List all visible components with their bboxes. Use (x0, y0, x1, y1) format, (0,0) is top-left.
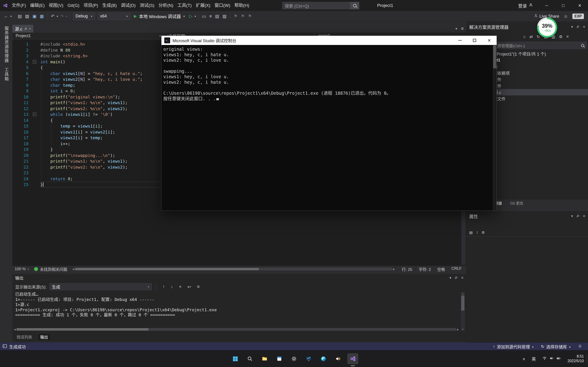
scroll-up-icon[interactable]: ▲ (461, 292, 465, 295)
previous-message-icon[interactable]: ↑ (161, 284, 166, 289)
configuration-dropdown[interactable]: Debug ▾ (73, 13, 95, 20)
tab-git-changes[interactable]: Git 更改 (510, 200, 523, 206)
scroll-left-icon[interactable]: ◀ (13, 328, 17, 331)
media-icon[interactable] (333, 353, 344, 364)
sync-with-active-document-icon[interactable]: ⇄ (529, 34, 533, 39)
menu-edit[interactable]: 编辑(E) (28, 0, 47, 11)
scroll-down-icon[interactable]: ▼ (461, 328, 465, 331)
solution-explorer-header[interactable]: 解决方案资源管理器 ▾ ⚲ × (467, 22, 588, 32)
scroll-right-icon[interactable]: ▶ (392, 268, 396, 271)
output-log[interactable]: 已启动生成…1>------ 已启动生成: 项目: Project1, 配置: … (12, 292, 460, 327)
navigate-back-icon[interactable]: ← (2, 14, 10, 19)
clear-all-icon[interactable]: × (177, 284, 183, 289)
new-file-icon[interactable]: ▤ (16, 14, 23, 19)
debug-console-window[interactable]: >_ Microsoft Visual Studio 调试控制台 × origi… (161, 35, 497, 211)
toggle-autoscroll-icon[interactable]: ≡ (195, 284, 201, 289)
menu-build[interactable]: 生成(B) (100, 0, 119, 11)
console-minimize-button[interactable] (452, 36, 467, 45)
start-icon[interactable] (230, 353, 241, 364)
widgets-icon[interactable] (274, 353, 285, 364)
redo-caret-icon[interactable]: ▾ (65, 15, 68, 18)
editor-options-icon[interactable]: ⚙ (461, 27, 464, 31)
add-to-source-control-button[interactable]: ↑ 添加到源代码管理 ▲ (493, 344, 534, 350)
hidden-icons-chevron-icon[interactable]: ∧ (523, 357, 525, 361)
fold-collapse-icon[interactable]: − (33, 60, 36, 64)
alphabetical-icon[interactable]: ↕ (476, 230, 478, 234)
feedback-icon[interactable]: ☺ (562, 14, 570, 19)
toggle-bookmark-icon[interactable]: ⚑ (232, 14, 239, 19)
fold-collapse-icon[interactable]: − (33, 113, 36, 116)
next-message-icon[interactable]: ↓ (169, 284, 175, 289)
window-position-icon[interactable]: ▾ (571, 214, 573, 218)
system-tray[interactable] (542, 356, 561, 361)
editor-horizontal-scrollbar[interactable]: ◀ ▶ (71, 266, 396, 272)
search-icon[interactable] (579, 42, 586, 49)
save-icon[interactable]: ▣ (31, 14, 38, 19)
start-debugging-button[interactable]: ▶ 本地 Windows 调试器 ▾ (134, 13, 185, 19)
switch-views-icon[interactable]: ⌂ (523, 34, 526, 39)
menu-project[interactable]: 项目(P) (82, 0, 100, 11)
start-without-debugging-caret-icon[interactable]: ▾ (194, 15, 196, 18)
search-icon[interactable] (350, 2, 359, 9)
previous-bookmark-icon[interactable]: ⚑ (239, 14, 246, 19)
maximize-button[interactable]: □ (555, 0, 571, 11)
scrollbar-thumb[interactable] (461, 295, 464, 311)
scroll-right-icon[interactable]: ▶ (456, 328, 460, 331)
whitespace-indicator[interactable]: 空格 (437, 266, 445, 272)
tab-error-list[interactable]: 错误列表 (14, 333, 35, 341)
nav-project-dropdown[interactable]: Project1 ▾ (12, 33, 164, 39)
close-panel-icon[interactable]: × (583, 214, 585, 219)
scrollbar-thumb[interactable] (75, 268, 259, 270)
search-icon[interactable] (244, 353, 255, 364)
select-repository-button[interactable]: ↻ 选择存储库 ▲ (541, 344, 571, 350)
output-source-dropdown[interactable]: 生成 ▾ (49, 283, 152, 290)
word-wrap-icon[interactable]: ↩ (186, 284, 193, 290)
toolbox-tab[interactable]: 工具箱 (3, 67, 9, 81)
output-horizontal-scrollbar[interactable]: ◀ ▶ (13, 327, 460, 331)
scrollbar-thumb[interactable] (17, 328, 148, 331)
menu-window[interactable]: 窗口(W) (212, 0, 233, 11)
window-position-icon[interactable]: ▾ (571, 25, 573, 29)
sign-in-button[interactable]: 登录 (518, 0, 533, 11)
pin-panel-icon[interactable]: ⚲ (454, 275, 459, 280)
save-all-icon[interactable]: ▦ (38, 14, 45, 19)
monitor-icon[interactable] (303, 353, 314, 364)
pin-panel-icon[interactable]: ⚲ (576, 214, 580, 219)
output-header[interactable]: 输出 ▾ ⚲ × (12, 274, 466, 282)
categorized-icon[interactable]: ▤ (469, 230, 473, 235)
next-bookmark-icon[interactable]: ⚑ (246, 14, 253, 19)
menu-analyze[interactable]: 分析(N) (156, 0, 175, 11)
window-position-icon[interactable]: ▾ (450, 276, 451, 280)
scroll-left-icon[interactable]: ◀ (71, 268, 75, 271)
console-scrollbar[interactable] (493, 45, 497, 211)
undo-icon[interactable]: ↶ (49, 14, 56, 19)
server-explorer-tab[interactable]: 服务器资源管理器 (3, 26, 9, 63)
platform-dropdown[interactable]: x64 ▾ (98, 13, 130, 20)
close-panel-icon[interactable]: × (461, 275, 464, 280)
document-tab-source-c[interactable]: 源.c ⚲ × (12, 25, 33, 33)
properties-header[interactable]: 属性 ▾ ⚲ × (467, 211, 588, 221)
menu-view[interactable]: 视图(V) (47, 0, 65, 11)
menu-test[interactable]: 测试(S) (138, 0, 156, 11)
menu-help[interactable]: 帮助(H) (233, 0, 251, 11)
undo-caret-icon[interactable]: ▾ (56, 15, 59, 18)
document-health-indicator[interactable]: ✓ 未找到相关问题 (31, 266, 70, 272)
menu-extensions[interactable]: 扩展(X) (194, 0, 212, 11)
pin-tab-icon[interactable]: ⚲ (24, 27, 27, 31)
console-maximize-button[interactable] (467, 36, 482, 45)
performance-overlay-badge[interactable]: 39% ↑ 0K/s (537, 17, 557, 38)
zoom-control[interactable]: 100 % ▾ (12, 267, 31, 271)
refresh-icon[interactable]: ↻ (536, 34, 540, 39)
taskbar-clock[interactable]: 8:51 2022/5/10 (568, 354, 584, 363)
edge-icon[interactable] (318, 353, 329, 364)
find-in-files-icon[interactable]: ▤ (213, 14, 221, 19)
properties-icon[interactable]: ⚙ (559, 34, 562, 39)
menu-debug[interactable]: 调试(D) (119, 0, 138, 11)
console-title-bar[interactable]: >_ Microsoft Visual Studio 调试控制台 × (162, 36, 497, 45)
console-close-button[interactable]: × (482, 36, 497, 45)
menu-file[interactable]: 文件(F) (10, 0, 28, 11)
close-tab-icon[interactable]: × (29, 27, 31, 31)
active-files-dropdown-icon[interactable]: ▾ (456, 27, 457, 31)
notifications-bell-icon[interactable] (578, 344, 582, 349)
explorer-icon[interactable] (259, 353, 270, 364)
